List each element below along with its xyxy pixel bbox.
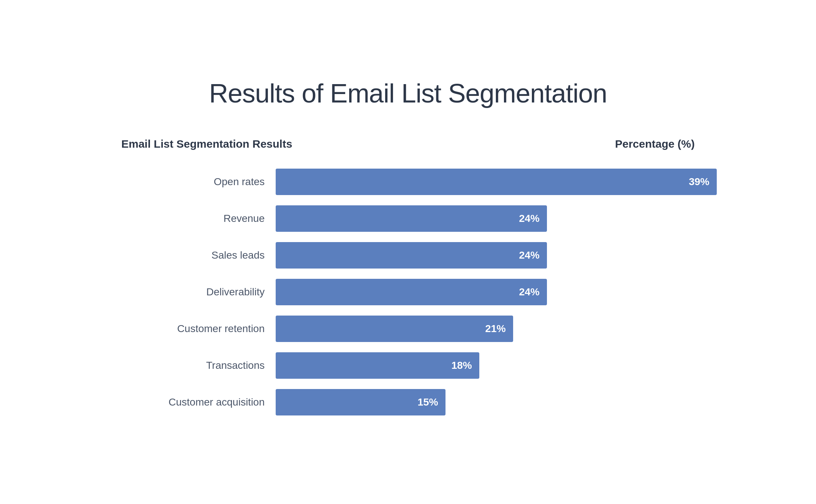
bar-row: Customer acquisition15% [121, 389, 695, 415]
main-container: Results of Email List Segmentation Email… [77, 56, 739, 448]
bar-value: 18% [451, 360, 472, 371]
bar-container: 18% [276, 352, 695, 379]
chart-header-left: Email List Segmentation Results [121, 138, 292, 150]
bar-container: 15% [276, 389, 695, 415]
bar-row: Customer retention21% [121, 316, 695, 342]
bar: 24% [276, 205, 547, 232]
bars-container: Open rates39%Revenue24%Sales leads24%Del… [121, 169, 695, 415]
chart-area: Email List Segmentation Results Percenta… [107, 138, 709, 415]
bar: 18% [276, 352, 479, 379]
bar-container: 39% [276, 169, 717, 195]
bar-label: Open rates [121, 176, 276, 188]
bar-row: Open rates39% [121, 169, 695, 195]
chart-header: Email List Segmentation Results Percenta… [121, 138, 695, 150]
bar: 21% [276, 316, 513, 342]
bar-label: Customer retention [121, 323, 276, 335]
bar-label: Transactions [121, 360, 276, 371]
bar-container: 21% [276, 316, 695, 342]
bar-container: 24% [276, 205, 695, 232]
bar-label: Revenue [121, 213, 276, 224]
bar-value: 39% [689, 176, 709, 188]
bar-row: Deliverability24% [121, 279, 695, 305]
bar-row: Sales leads24% [121, 242, 695, 269]
bar-label: Deliverability [121, 286, 276, 298]
page-title: Results of Email List Segmentation [107, 78, 709, 108]
bar-container: 24% [276, 279, 695, 305]
bar-label: Customer acquisition [121, 396, 276, 408]
bar: 39% [276, 169, 717, 195]
bar-value: 15% [418, 396, 438, 408]
bar-label: Sales leads [121, 249, 276, 261]
bar-row: Transactions18% [121, 352, 695, 379]
bar-value: 24% [519, 213, 540, 224]
chart-header-right: Percentage (%) [615, 138, 695, 150]
bar-value: 21% [485, 323, 506, 335]
bar-row: Revenue24% [121, 205, 695, 232]
bar-value: 24% [519, 249, 540, 261]
bar: 15% [276, 389, 445, 415]
bar: 24% [276, 279, 547, 305]
bar: 24% [276, 242, 547, 269]
bar-container: 24% [276, 242, 695, 269]
bar-value: 24% [519, 286, 540, 298]
